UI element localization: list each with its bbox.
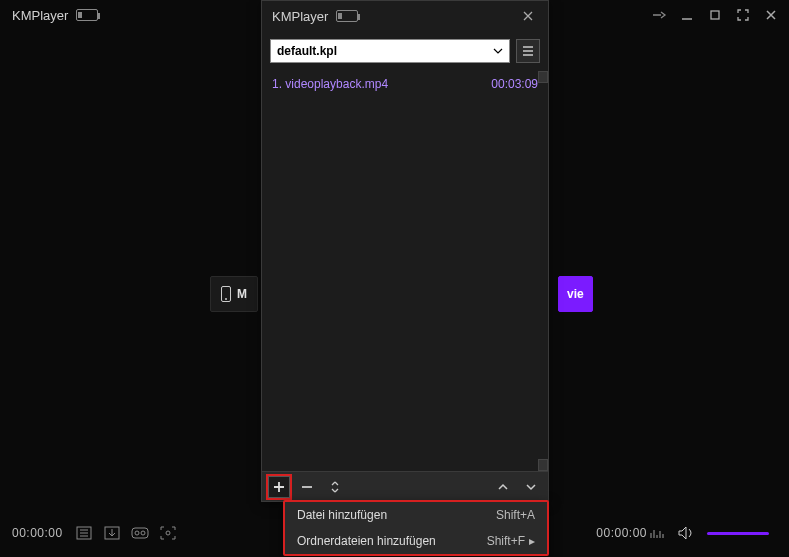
connect-mobile-label: M <box>237 287 247 301</box>
download-button[interactable] <box>101 523 123 543</box>
movie-label: vie <box>567 287 584 301</box>
equalizer-icon[interactable] <box>647 523 669 543</box>
dialog-footer <box>262 471 548 501</box>
dialog-titlebar: KMPlayer <box>262 1 548 31</box>
sort-button[interactable] <box>324 476 346 498</box>
volume-slider[interactable] <box>707 532 769 535</box>
playlist-item-label: 1. videoplayback.mp4 <box>272 77 388 91</box>
phone-icon <box>221 286 231 302</box>
chevron-down-icon <box>493 46 503 56</box>
playlist-name: default.kpl <box>277 44 337 58</box>
move-down-button[interactable] <box>520 476 542 498</box>
battery-icon <box>76 9 98 21</box>
vr-button[interactable] <box>129 523 151 543</box>
maximize-button[interactable] <box>705 5 725 25</box>
scroll-up-button[interactable] <box>538 71 548 83</box>
playlist-item[interactable]: 1. videoplayback.mp4 00:03:09 <box>262 71 548 97</box>
right-controls <box>647 523 769 543</box>
svg-point-5 <box>135 531 139 535</box>
close-button[interactable] <box>761 5 781 25</box>
battery-icon <box>336 10 358 22</box>
dialog-title: KMPlayer <box>272 9 328 24</box>
playlist-dialog: KMPlayer default.kpl 1. videoplayback.mp… <box>261 0 549 502</box>
svg-rect-4 <box>132 528 148 538</box>
scroll-down-button[interactable] <box>538 459 548 471</box>
svg-rect-1 <box>711 11 719 19</box>
pin-icon[interactable] <box>649 5 669 25</box>
connect-mobile-button[interactable]: M <box>210 276 258 312</box>
move-up-button[interactable] <box>492 476 514 498</box>
time-elapsed: 00:00:00 <box>12 526 63 540</box>
app-title: KMPlayer <box>12 8 68 23</box>
time-total: 00:00:00 <box>596 526 647 540</box>
playlist-item-duration: 00:03:09 <box>491 77 538 91</box>
capture-button[interactable] <box>157 523 179 543</box>
minimize-button[interactable] <box>677 5 697 25</box>
add-button[interactable] <box>268 476 290 498</box>
playlist-toggle-button[interactable] <box>73 523 95 543</box>
playlist-combobox[interactable]: default.kpl <box>270 39 510 63</box>
remove-button[interactable] <box>296 476 318 498</box>
playlist-menu-button[interactable] <box>516 39 540 63</box>
svg-point-7 <box>166 531 170 535</box>
dialog-toolbar: default.kpl <box>262 31 548 71</box>
movie-button[interactable]: vie <box>558 276 593 312</box>
volume-button[interactable] <box>675 523 697 543</box>
left-controls <box>73 523 179 543</box>
fullscreen-button[interactable] <box>733 5 753 25</box>
playlist-list[interactable]: 1. videoplayback.mp4 00:03:09 <box>262 71 548 471</box>
svg-point-6 <box>141 531 145 535</box>
dialog-close-button[interactable] <box>518 6 538 26</box>
transport-bar: 00:00:00 00:00:00 <box>0 509 789 557</box>
